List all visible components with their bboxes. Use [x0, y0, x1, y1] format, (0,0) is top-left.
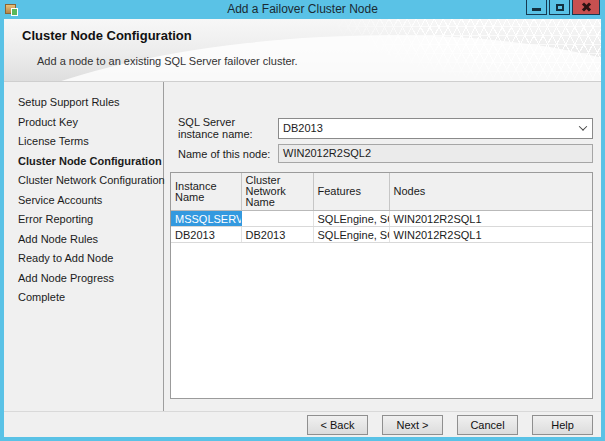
next-button[interactable]: Next > [382, 415, 443, 435]
cell-features[interactable]: SQLEngine, SQ... [313, 227, 389, 243]
step-setup-support-rules: Setup Support Rules [18, 95, 157, 115]
node-name-field: WIN2012R2SQL2 [278, 144, 593, 163]
maximize-icon [556, 4, 564, 11]
banner-mesh-decoration [331, 19, 601, 81]
cell-network[interactable]: DB2013 [241, 227, 313, 243]
cell-nodes[interactable]: WIN2012R2SQL1 [389, 211, 592, 227]
col-cluster-network-name[interactable]: Cluster Network Name [241, 173, 313, 211]
col-instance-name[interactable]: Instance Name [171, 173, 241, 211]
window-title: Add a Failover Cluster Node [0, 0, 605, 19]
step-cluster-network-configuration: Cluster Network Configuration [18, 173, 157, 193]
cell-instance-selected[interactable]: MSSQLSERVER [171, 211, 241, 227]
step-add-node-rules: Add Node Rules [18, 232, 157, 252]
cancel-button[interactable]: Cancel [457, 415, 518, 435]
minimize-icon [532, 8, 541, 11]
page-subtitle: Add a node to an existing SQL Server fai… [37, 55, 298, 67]
cell-nodes[interactable]: WIN2012R2SQL1 [389, 227, 592, 243]
chevron-down-icon [579, 122, 587, 130]
col-features[interactable]: Features [313, 173, 389, 211]
title-bar[interactable]: Add a Failover Cluster Node [0, 0, 605, 19]
step-license-terms: License Terms [18, 134, 157, 154]
instance-name-combobox[interactable]: DB2013 [278, 118, 593, 139]
step-product-key: Product Key [18, 115, 157, 135]
step-service-accounts: Service Accounts [18, 193, 157, 213]
window-frame: Cluster Node Configuration Add a node to… [4, 19, 601, 437]
step-cluster-node-configuration: Cluster Node Configuration [18, 154, 157, 174]
col-nodes[interactable]: Nodes [389, 173, 592, 211]
cell-features[interactable]: SQLEngine, SQ... [313, 211, 389, 227]
instance-name-value: DB2013 [279, 122, 574, 134]
maximize-button[interactable] [549, 0, 570, 15]
header-banner: Cluster Node Configuration Add a node to… [4, 19, 601, 82]
back-button[interactable]: < Back [307, 415, 368, 435]
step-error-reporting: Error Reporting [18, 212, 157, 232]
step-complete: Complete [18, 290, 157, 310]
body: Setup Support Rules Product Key License … [4, 82, 601, 411]
instance-name-label: SQL Server instance name: [170, 116, 278, 140]
cell-network[interactable] [241, 211, 313, 227]
page-title: Cluster Node Configuration [22, 28, 192, 43]
main-panel: SQL Server instance name: DB2013 Name of… [164, 82, 601, 411]
footer-button-bar: < Back Next > Cancel Help [4, 411, 601, 437]
step-ready-to-add-node: Ready to Add Node [18, 251, 157, 271]
wizard-window: Add a Failover Cluster Node Cluster Node… [0, 0, 605, 441]
cluster-instances-grid[interactable]: Instance Name Cluster Network Name Featu… [170, 172, 593, 399]
step-add-node-progress: Add Node Progress [18, 271, 157, 291]
steps-sidebar: Setup Support Rules Product Key License … [4, 82, 164, 411]
window-controls [526, 0, 600, 15]
close-button[interactable] [572, 0, 600, 15]
table-row[interactable]: MSSQLSERVER SQLEngine, SQ... WIN2012R2SQ… [171, 211, 592, 227]
close-icon [581, 2, 591, 12]
combobox-dropdown-button[interactable] [574, 119, 592, 138]
node-name-row: Name of this node: WIN2012R2SQL2 [170, 144, 593, 163]
help-button[interactable]: Help [532, 415, 593, 435]
table-row[interactable]: DB2013 DB2013 SQLEngine, SQ... WIN2012R2… [171, 227, 592, 243]
node-name-label: Name of this node: [170, 148, 278, 160]
minimize-button[interactable] [526, 0, 547, 15]
cell-instance[interactable]: DB2013 [171, 227, 241, 243]
instance-name-row: SQL Server instance name: DB2013 [170, 116, 593, 140]
grid-header-row: Instance Name Cluster Network Name Featu… [171, 173, 592, 211]
